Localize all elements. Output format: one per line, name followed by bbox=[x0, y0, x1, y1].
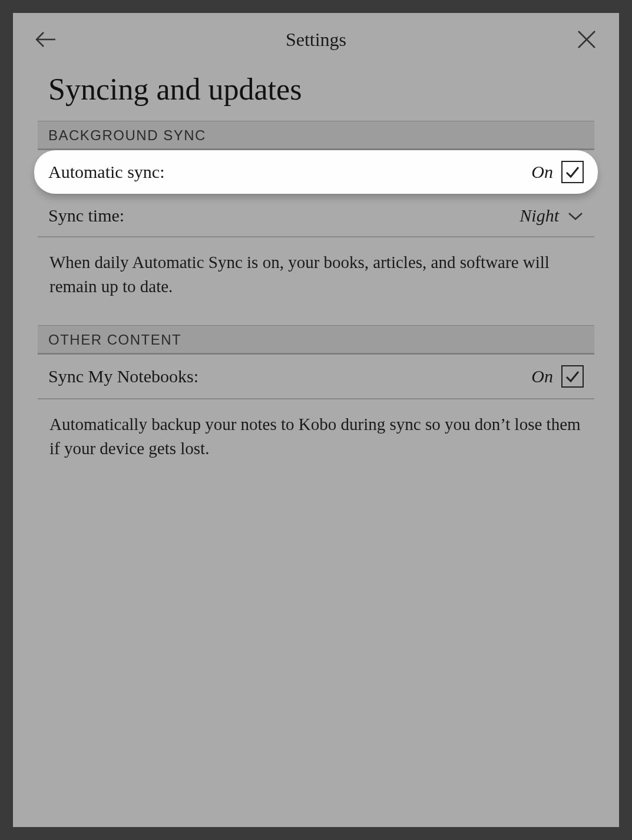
automatic-sync-label: Automatic sync: bbox=[48, 162, 164, 182]
automatic-sync-checkbox[interactable] bbox=[561, 161, 584, 183]
close-button[interactable] bbox=[572, 25, 601, 54]
sync-notebooks-value: On bbox=[531, 366, 553, 386]
page-title: Syncing and updates bbox=[13, 61, 619, 121]
close-icon bbox=[577, 29, 597, 49]
section-header-other-content: OTHER CONTENT bbox=[38, 325, 594, 355]
section-header-background-sync: BACKGROUND SYNC bbox=[38, 121, 594, 150]
sync-time-value: Night bbox=[520, 206, 559, 226]
chevron-down-icon bbox=[567, 211, 584, 221]
automatic-sync-row[interactable]: Automatic sync: On bbox=[34, 150, 598, 195]
automatic-sync-value: On bbox=[531, 162, 553, 182]
sync-time-row[interactable]: Sync time: Night bbox=[38, 195, 594, 237]
checkmark-icon bbox=[564, 164, 581, 180]
background-sync-description: When daily Automatic Sync is on, your bo… bbox=[38, 237, 594, 325]
back-button[interactable] bbox=[31, 25, 60, 54]
other-content-description: Automatically backup your notes to Kobo … bbox=[38, 399, 594, 487]
sync-notebooks-label: Sync My Notebooks: bbox=[48, 366, 198, 386]
checkmark-icon bbox=[564, 368, 581, 385]
sync-notebooks-checkbox[interactable] bbox=[561, 365, 584, 388]
sync-time-label: Sync time: bbox=[48, 206, 124, 226]
sync-notebooks-row[interactable]: Sync My Notebooks: On bbox=[38, 355, 594, 399]
sync-time-dropdown[interactable] bbox=[567, 206, 584, 226]
back-arrow-icon bbox=[34, 31, 57, 48]
header-title: Settings bbox=[60, 29, 572, 51]
settings-header: Settings bbox=[13, 13, 619, 61]
